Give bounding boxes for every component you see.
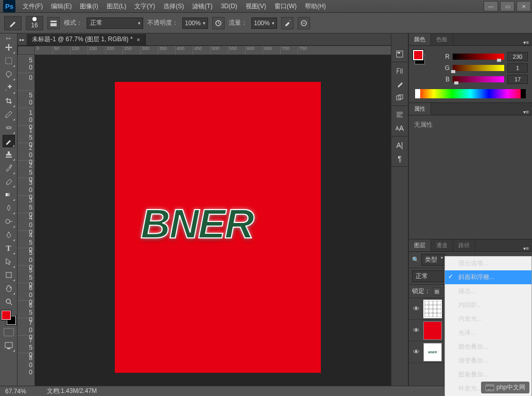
brush-panel-icon[interactable] <box>394 79 405 90</box>
path-select-tool[interactable] <box>3 255 15 268</box>
opacity-input[interactable]: 100% <box>182 18 208 29</box>
r-slider[interactable] <box>453 54 504 60</box>
pen-tool[interactable] <box>3 229 15 241</box>
crop-tool[interactable] <box>3 95 15 107</box>
canvas-viewport[interactable]: BNER <box>35 55 391 386</box>
tab-swatches[interactable]: 色板 <box>431 33 453 45</box>
tab-color[interactable]: 颜色 <box>409 33 431 45</box>
character-panel-icon[interactable] <box>394 65 405 77</box>
close-button[interactable]: ✕ <box>517 1 531 11</box>
lock-transparency-icon[interactable]: ▨ <box>433 287 441 296</box>
document-tab[interactable]: 未标题-1 @ 67.7% (图层 1, RGB/8) * × <box>27 34 146 45</box>
char-style-icon[interactable]: A| <box>394 140 405 151</box>
props-panel-menu[interactable]: ▾≡ <box>520 109 532 115</box>
screenmode-button[interactable] <box>3 339 15 352</box>
type-tool[interactable]: T <box>3 242 15 254</box>
menu-view[interactable]: 视图(V) <box>242 0 270 13</box>
tab-layers[interactable]: 图层 <box>409 239 431 251</box>
eraser-tool[interactable] <box>3 175 15 187</box>
tab-close-icon[interactable]: × <box>137 37 140 43</box>
marquee-tool[interactable] <box>3 55 15 67</box>
history-brush-tool[interactable] <box>3 162 15 174</box>
menu-item-layer-style[interactable]: 内阴影... <box>445 298 531 312</box>
dodge-tool[interactable] <box>3 215 15 228</box>
ruler-vertical[interactable]: 5005010015020025030035040045050055060065… <box>18 55 35 386</box>
visibility-icon[interactable]: 👁 <box>411 305 421 313</box>
current-tool-preset[interactable] <box>4 16 22 30</box>
menu-layer[interactable]: 图层(L) <box>102 0 131 13</box>
menu-item-layer-style[interactable]: 光泽... <box>445 326 531 340</box>
pressure-opacity-icon[interactable] <box>212 17 225 29</box>
lasso-tool[interactable] <box>3 68 15 80</box>
panel-color-swatch[interactable] <box>413 50 425 64</box>
healing-tool[interactable] <box>3 122 15 134</box>
panel-foreground-color[interactable] <box>413 50 423 60</box>
menu-item-layer-style[interactable]: 颜色叠加... <box>445 340 531 354</box>
tab-paths[interactable]: 路径 <box>453 239 475 251</box>
mode-select[interactable]: 正常 <box>87 18 143 29</box>
menu-3d[interactable]: 3D(D) <box>217 0 242 13</box>
layer-filter-select[interactable]: 类型 <box>421 254 445 266</box>
foreground-color[interactable] <box>2 311 11 320</box>
para-style-icon[interactable]: ¶ <box>394 153 405 164</box>
layer-thumbnail[interactable] <box>423 300 442 318</box>
b-slider[interactable] <box>453 76 504 82</box>
menu-window[interactable]: 窗口(W) <box>270 0 301 13</box>
minimize-button[interactable]: — <box>484 1 498 11</box>
menu-item-layer-style[interactable]: 混合选项... <box>445 256 531 270</box>
hand-tool[interactable] <box>3 282 15 295</box>
zoom-level[interactable]: 67.74% <box>5 388 26 395</box>
shape-tool[interactable] <box>3 269 15 281</box>
menu-item-layer-style[interactable]: ✓斜面和浮雕... <box>445 270 531 284</box>
maximize-button[interactable]: ▭ <box>500 1 514 11</box>
menu-image[interactable]: 图像(I) <box>76 0 102 13</box>
airbrush-icon[interactable] <box>281 17 294 29</box>
text-scale-icon[interactable]: AA <box>394 123 405 134</box>
menu-type[interactable]: 文字(Y) <box>130 0 159 13</box>
toolbar-expand-icon[interactable]: ▸▸ <box>6 36 11 41</box>
history-panel-icon[interactable] <box>394 48 405 60</box>
gradient-tool[interactable] <box>3 188 15 201</box>
quickmask-button[interactable] <box>4 328 14 336</box>
color-swatch-tool[interactable] <box>2 311 16 325</box>
tab-channels[interactable]: 通道 <box>431 239 453 251</box>
visibility-icon[interactable]: 👁 <box>411 326 421 334</box>
menu-item-layer-style[interactable]: 渐变叠加... <box>445 354 531 368</box>
spectrum-picker[interactable] <box>415 89 526 98</box>
layers-panel-menu[interactable]: ▾≡ <box>520 246 532 251</box>
stamp-tool[interactable] <box>3 148 15 161</box>
menu-file[interactable]: 文件(F) <box>19 0 47 13</box>
b-input[interactable] <box>507 75 528 84</box>
menu-filter[interactable]: 滤镜(T) <box>188 0 216 13</box>
flow-input[interactable]: 100% <box>251 18 277 29</box>
canvas[interactable]: BNER <box>115 82 321 373</box>
menu-item-layer-style[interactable]: 内发光... <box>445 312 531 326</box>
brush-preset-picker[interactable]: 16 <box>26 16 43 30</box>
menu-item-layer-style[interactable]: 图案叠加... <box>445 368 531 382</box>
doc-info[interactable]: 文档:1.43M/2.47M <box>47 387 97 395</box>
eyedropper-tool[interactable] <box>3 108 15 120</box>
pressure-size-icon[interactable] <box>298 17 310 29</box>
layer-thumbnail[interactable]: BNER <box>423 343 442 361</box>
clone-panel-icon[interactable] <box>394 92 405 104</box>
paragraph-panel-icon[interactable] <box>394 109 405 120</box>
brush-panel-toggle[interactable] <box>47 17 60 29</box>
wand-tool[interactable] <box>3 81 15 94</box>
layer-thumbnail[interactable] <box>423 321 442 340</box>
menu-edit[interactable]: 编辑(E) <box>47 0 76 13</box>
menu-help[interactable]: 帮助(H) <box>301 0 330 13</box>
zoom-tool[interactable] <box>3 296 15 308</box>
brush-tool[interactable] <box>3 135 15 147</box>
tab-properties[interactable]: 属性 <box>409 103 431 115</box>
g-input[interactable] <box>507 63 528 73</box>
blur-tool[interactable] <box>3 202 15 214</box>
move-tool[interactable] <box>3 41 15 54</box>
menu-item-layer-style[interactable]: 描边... <box>445 284 531 298</box>
ruler-horizontal[interactable]: 0501001502002503003504004505005506006507… <box>35 46 391 55</box>
g-slider[interactable] <box>453 65 504 71</box>
r-input[interactable] <box>507 52 528 61</box>
doc-expand-icon[interactable]: ▸▸ <box>18 37 27 42</box>
color-panel-menu[interactable]: ▾≡ <box>520 40 532 45</box>
visibility-icon[interactable]: 👁 <box>411 348 421 356</box>
menu-select[interactable]: 选择(S) <box>159 0 188 13</box>
